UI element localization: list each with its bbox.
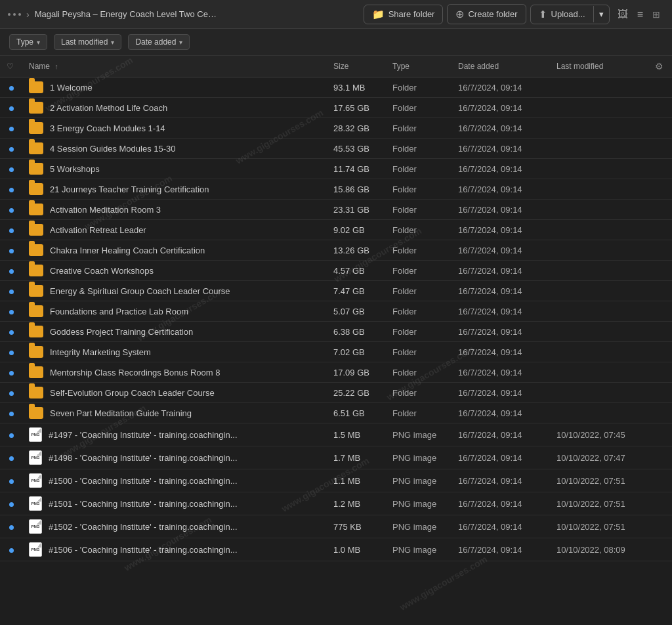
fav-dot[interactable] (9, 391, 14, 396)
size-cell: 13.26 GB (327, 240, 386, 261)
row-settings-cell (648, 159, 672, 179)
fav-dot[interactable] (9, 371, 14, 376)
size-cell: 1.2 MB (327, 492, 386, 515)
table-row[interactable]: 1 Welcome93.1 MBFolder16/7/2024, 09:14 (0, 77, 672, 98)
table-row[interactable]: 3 Energy Coach Modules 1-1428.32 GBFolde… (0, 118, 672, 139)
name-cell[interactable]: 3 Energy Coach Modules 1-14 (22, 118, 327, 139)
gallery-view-button[interactable]: 🖼 (614, 5, 632, 24)
table-row[interactable]: 5 Workshops11.74 GBFolder16/7/2024, 09:1… (0, 159, 672, 179)
fav-dot[interactable] (9, 208, 14, 213)
table-row[interactable]: Activation Retreat Leader9.02 GBFolder16… (0, 220, 672, 240)
name-cell[interactable]: PNG#1500 - 'Coaching Institute' - traini… (22, 469, 327, 492)
table-row[interactable]: Activation Meditation Room 323.31 GBFold… (0, 200, 672, 220)
table-row[interactable]: PNG#1497 - 'Coaching Institute' - traini… (0, 423, 672, 446)
name-cell[interactable]: Activation Meditation Room 3 (22, 200, 327, 220)
fav-dot[interactable] (9, 249, 14, 253)
name-cell[interactable]: PNG#1498 - 'Coaching Institute' - traini… (22, 446, 327, 469)
file-name: Goddess Project Training Certification (50, 327, 193, 337)
table-row[interactable]: Energy & Spiritual Group Coach Leader Co… (0, 281, 672, 301)
fav-dot[interactable] (9, 456, 14, 461)
name-cell[interactable]: Integrity Marketing System (22, 342, 327, 362)
name-cell[interactable]: Creative Coach Workshops (22, 261, 327, 281)
fav-dot[interactable] (9, 188, 14, 192)
table-row[interactable]: PNG#1502 - 'Coaching Institute' - traini… (0, 515, 672, 538)
table-row[interactable]: 4 Session Guides Modules 15-3045.53 GBFo… (0, 139, 672, 159)
fav-dot[interactable] (9, 269, 14, 274)
fav-dot[interactable] (9, 86, 14, 91)
col-name-header[interactable]: Name ↑ (22, 56, 327, 77)
table-row[interactable]: 2 Activation Method Life Coach17.65 GBFo… (0, 98, 672, 118)
fav-dot[interactable] (9, 548, 14, 553)
name-cell[interactable]: PNG#1497 - 'Coaching Institute' - traini… (22, 423, 327, 446)
type-filter-label: Type (16, 37, 33, 47)
name-cell[interactable]: Self-Evolution Group Coach Leader Course (22, 383, 327, 403)
fav-dot[interactable] (9, 351, 14, 355)
fav-dot[interactable] (9, 106, 14, 111)
fav-dot[interactable] (9, 330, 14, 335)
fav-dot[interactable] (9, 228, 14, 233)
fav-dot[interactable] (9, 310, 14, 314)
name-cell[interactable]: Goddess Project Training Certification (22, 322, 327, 342)
table-row[interactable]: PNG#1500 - 'Coaching Institute' - traini… (0, 469, 672, 492)
name-cell[interactable]: 5 Workshops (22, 159, 327, 179)
row-settings-cell (648, 220, 672, 240)
fav-dot[interactable] (9, 167, 14, 172)
col-settings-header[interactable]: ⚙ (648, 56, 672, 77)
name-cell[interactable]: 4 Session Guides Modules 15-30 (22, 139, 327, 159)
table-row[interactable]: PNG#1498 - 'Coaching Institute' - traini… (0, 446, 672, 469)
grid-view-button[interactable]: ⊞ (648, 5, 664, 24)
fav-dot[interactable] (9, 127, 14, 131)
fav-dot[interactable] (9, 290, 14, 294)
name-cell[interactable]: 2 Activation Method Life Coach (22, 98, 327, 118)
fav-dot[interactable] (9, 525, 14, 530)
create-folder-button[interactable]: ⊕ Create folder (447, 4, 526, 24)
table-row[interactable]: Foundations and Practice Lab Room5.07 GB… (0, 301, 672, 322)
name-cell[interactable]: Mentorship Class Recordings Bonus Room 8 (22, 362, 327, 383)
fav-cell (0, 403, 22, 423)
date-added-filter-button[interactable]: Date added ▾ (128, 34, 190, 50)
upload-label: Upload... (551, 9, 585, 19)
name-cell[interactable]: 21 Journeys Teacher Training Certificati… (22, 179, 327, 200)
png-icon: PNG (29, 519, 42, 534)
upload-main[interactable]: ⬆ Upload... (531, 5, 593, 24)
fav-cell (0, 261, 22, 281)
table-row[interactable]: Self-Evolution Group Coach Leader Course… (0, 383, 672, 403)
table-row[interactable]: Creative Coach Workshops4.57 GBFolder16/… (0, 261, 672, 281)
last-modified-cell (550, 139, 648, 159)
name-cell[interactable]: Energy & Spiritual Group Coach Leader Co… (22, 281, 327, 301)
name-cell[interactable]: Activation Retreat Leader (22, 220, 327, 240)
size-cell: 6.38 GB (327, 322, 386, 342)
name-cell[interactable]: Seven Part Meditation Guide Training (22, 403, 327, 423)
upload-caret-button[interactable]: ▾ (593, 6, 609, 22)
upload-button[interactable]: ⬆ Upload... ▾ (530, 5, 610, 24)
name-cell[interactable]: PNG#1502 - 'Coaching Institute' - traini… (22, 515, 327, 538)
fav-cell (0, 342, 22, 362)
name-cell[interactable]: PNG#1506 - 'Coaching Institute' - traini… (22, 538, 327, 561)
name-cell[interactable]: 1 Welcome (22, 77, 327, 98)
name-cell[interactable]: Chakra Inner Healing Coach Certification (22, 240, 327, 261)
table-row[interactable]: Chakra Inner Healing Coach Certification… (0, 240, 672, 261)
table-row[interactable]: PNG#1506 - 'Coaching Institute' - traini… (0, 538, 672, 561)
fav-dot[interactable] (9, 502, 14, 507)
table-row[interactable]: Mentorship Class Recordings Bonus Room 8… (0, 362, 672, 383)
fav-dot[interactable] (9, 479, 14, 484)
table-row[interactable]: Seven Part Meditation Guide Training6.51… (0, 403, 672, 423)
last-modified-filter-button[interactable]: Last modified ▾ (54, 34, 121, 50)
table-row[interactable]: Goddess Project Training Certification6.… (0, 322, 672, 342)
table-row[interactable]: 21 Journeys Teacher Training Certificati… (0, 179, 672, 200)
name-cell[interactable]: PNG#1501 - 'Coaching Institute' - traini… (22, 492, 327, 515)
fav-dot[interactable] (9, 412, 14, 416)
name-cell[interactable]: Foundations and Practice Lab Room (22, 301, 327, 322)
fav-dot[interactable] (9, 433, 14, 438)
table-row[interactable]: PNG#1501 - 'Coaching Institute' - traini… (0, 492, 672, 515)
file-name: Activation Retreat Leader (50, 225, 146, 235)
share-folder-button[interactable]: 📁 Share folder (364, 5, 444, 24)
row-settings-cell (648, 322, 672, 342)
date-added-cell: 16/7/2024, 09:14 (452, 179, 550, 200)
list-view-button[interactable]: ≡ (633, 5, 647, 24)
fav-dot[interactable] (9, 147, 14, 152)
type-filter-button[interactable]: Type ▾ (9, 34, 47, 50)
settings-icon[interactable]: ⚙ (655, 61, 663, 72)
table-row[interactable]: Integrity Marketing System7.02 GBFolder1… (0, 342, 672, 362)
date-added-cell: 16/7/2024, 09:14 (452, 98, 550, 118)
